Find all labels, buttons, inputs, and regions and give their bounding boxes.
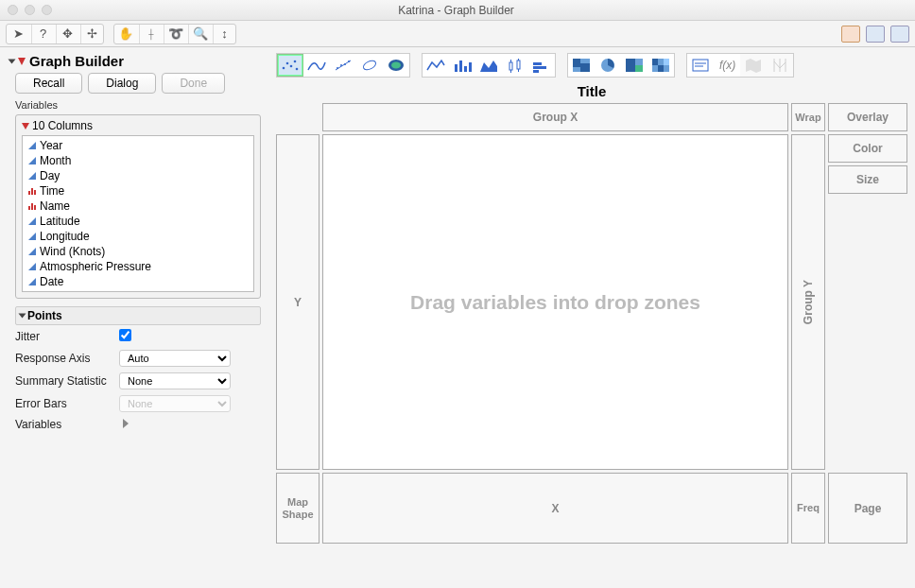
- heatmap-chart-icon[interactable]: [647, 54, 674, 77]
- wrap-zone[interactable]: Wrap: [791, 103, 825, 131]
- svg-rect-34: [635, 65, 643, 72]
- expand-arrow-icon[interactable]: [123, 419, 129, 428]
- help-tool-icon[interactable]: ?: [31, 25, 54, 43]
- script-icon[interactable]: [841, 26, 860, 43]
- continuous-icon: [28, 172, 36, 180]
- page-zone[interactable]: Page: [828, 473, 907, 544]
- ellipse-chart-icon[interactable]: [356, 54, 383, 77]
- column-item[interactable]: Month: [23, 153, 253, 168]
- minimize-dot[interactable]: [25, 5, 35, 15]
- crosshair-tool-icon[interactable]: ✥: [56, 25, 78, 43]
- summary-statistic-label: Summary Statistic: [15, 374, 119, 388]
- area-chart-icon[interactable]: [475, 54, 502, 77]
- group-y-zone[interactable]: Group Y: [791, 134, 825, 470]
- column-item[interactable]: Atmospheric Pressure: [23, 259, 253, 274]
- summary-statistic-select[interactable]: None: [119, 372, 231, 389]
- continuous-icon: [28, 217, 36, 225]
- size-zone[interactable]: Size: [828, 165, 907, 194]
- svg-rect-30: [580, 63, 590, 72]
- canvas-zone[interactable]: Drag variables into drop zones: [322, 134, 788, 470]
- column-item[interactable]: Year: [23, 138, 253, 153]
- column-item[interactable]: Latitude: [23, 214, 253, 229]
- boxplot-chart-icon[interactable]: [502, 54, 528, 77]
- caption-chart-icon[interactable]: [687, 54, 714, 77]
- column-item[interactable]: Day: [23, 168, 253, 183]
- column-name: Year: [40, 139, 62, 152]
- histogram-chart-icon[interactable]: [528, 54, 555, 77]
- column-item[interactable]: Longitude: [23, 229, 253, 244]
- points-options: Jitter Response Axis Auto Summary Statis…: [15, 329, 261, 431]
- svg-rect-41: [693, 60, 708, 71]
- map-shape-zone[interactable]: Map Shape: [276, 473, 319, 544]
- svg-point-5: [296, 68, 299, 71]
- svg-rect-14: [455, 64, 458, 72]
- svg-rect-39: [658, 65, 664, 72]
- hand-tool-icon[interactable]: ✋: [114, 25, 137, 43]
- recall-button[interactable]: Recall: [15, 73, 82, 94]
- x-zone[interactable]: X: [322, 473, 788, 544]
- column-item[interactable]: Wind (Knots): [23, 244, 253, 259]
- dialog-button[interactable]: Dialog: [88, 73, 156, 94]
- svg-text:f(x): f(x): [719, 59, 735, 72]
- column-name: Time: [40, 184, 64, 198]
- red-triangle-icon[interactable]: [22, 123, 29, 130]
- columns-icon[interactable]: [890, 26, 909, 43]
- zoom-tool-icon[interactable]: 🔍: [188, 25, 211, 43]
- continuous-icon: [28, 248, 36, 255]
- column-name: Latitude: [40, 215, 80, 228]
- lasso-tool-icon[interactable]: ➰: [164, 25, 186, 43]
- column-item[interactable]: Time: [23, 183, 253, 199]
- table-icon[interactable]: [866, 26, 885, 43]
- jitter-checkbox[interactable]: [119, 329, 131, 341]
- response-axis-select[interactable]: Auto: [119, 350, 231, 367]
- continuous-icon: [28, 157, 36, 164]
- titlebar: Katrina - Graph Builder: [0, 0, 915, 21]
- points-header: Points: [15, 306, 261, 325]
- disclosure-icon[interactable]: [19, 314, 26, 319]
- svg-rect-28: [580, 59, 590, 63]
- column-item[interactable]: Date: [23, 274, 253, 289]
- map-chart-icon[interactable]: [740, 54, 767, 77]
- move-tool-icon[interactable]: ✢: [80, 25, 103, 43]
- reset-tool-icon[interactable]: ↕: [213, 25, 235, 43]
- column-name: Atmospheric Pressure: [40, 260, 151, 273]
- close-dot[interactable]: [8, 5, 18, 15]
- color-zone[interactable]: Color: [828, 134, 907, 163]
- toolbar-right-icons: [841, 26, 909, 43]
- variables-label: Variables: [15, 99, 267, 111]
- svg-rect-36: [658, 59, 664, 65]
- arrow-tool-icon[interactable]: ➤: [7, 25, 29, 43]
- column-name: Day: [40, 169, 60, 182]
- freq-zone[interactable]: Freq: [791, 473, 825, 544]
- svg-rect-15: [459, 61, 462, 72]
- action-buttons: Recall Dialog Done: [15, 73, 267, 94]
- svg-rect-24: [533, 62, 542, 65]
- svg-rect-37: [664, 59, 669, 65]
- svg-rect-26: [533, 70, 539, 73]
- svg-point-3: [290, 65, 293, 68]
- contour-chart-icon[interactable]: [383, 54, 409, 77]
- parallel-chart-icon[interactable]: [767, 54, 793, 77]
- red-triangle-icon[interactable]: [18, 58, 26, 65]
- points-chart-icon[interactable]: [277, 54, 303, 77]
- section-header: Graph Builder: [9, 53, 267, 69]
- y-zone[interactable]: Y: [276, 134, 319, 470]
- formula-chart-icon[interactable]: f(x): [714, 54, 740, 77]
- columns-count-label: 10 Columns: [32, 119, 93, 132]
- overlay-zone[interactable]: Overlay: [828, 103, 907, 131]
- columns-panel: 10 Columns YearMonthDayTimeNameLatitudeL…: [15, 114, 261, 299]
- error-bars-select: None: [119, 395, 231, 412]
- smoother-chart-icon[interactable]: [303, 54, 330, 77]
- pie-chart-icon[interactable]: [595, 54, 621, 77]
- mosaic-chart-icon[interactable]: [568, 54, 595, 77]
- graph-title[interactable]: Title: [276, 83, 907, 99]
- bar-chart-icon[interactable]: [449, 54, 475, 77]
- brush-tool-icon[interactable]: ⟊: [139, 25, 162, 43]
- treemap-chart-icon[interactable]: [621, 54, 647, 77]
- disclosure-icon[interactable]: [9, 59, 16, 63]
- zoom-dot[interactable]: [42, 5, 52, 15]
- column-item[interactable]: Name: [23, 199, 253, 214]
- line-chart-icon[interactable]: [423, 54, 449, 77]
- lineoffit-chart-icon[interactable]: [330, 54, 356, 77]
- group-x-zone[interactable]: Group X: [322, 103, 788, 131]
